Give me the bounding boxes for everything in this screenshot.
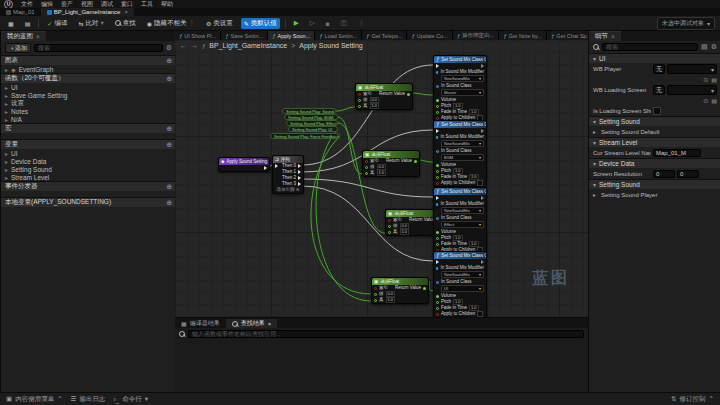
doc-tab-5[interactable]: ƒUpdate Cu... — [407, 31, 452, 40]
volume-pin[interactable] — [436, 164, 439, 167]
node-set-sound-mix-override-3[interactable]: ƒSet Sound Mix Class Override In Sound M… — [433, 187, 487, 254]
sound-mix-asset-dropdown[interactable]: NewSoundMix▾ — [441, 140, 484, 147]
apply-children-checkbox[interactable] — [477, 180, 483, 186]
exec-in-pin[interactable] — [436, 129, 439, 133]
pitch-pin[interactable] — [436, 105, 439, 108]
variable-category-devicedata[interactable]: ▸Device Data — [1, 157, 176, 165]
find-results-search-input[interactable] — [188, 330, 584, 338]
debug-object-dropdown[interactable]: 未选中调试对象▾ — [657, 17, 715, 30]
nav-forward-icon[interactable]: → — [191, 42, 198, 49]
close-icon[interactable]: × — [268, 321, 272, 327]
doc-tab-1[interactable]: ƒSave Settin... — [221, 31, 268, 40]
fade-pin[interactable] — [436, 307, 439, 310]
add-new-button[interactable]: ＋添加 — [5, 43, 31, 53]
return-pin[interactable] — [423, 287, 426, 290]
false-pin[interactable] — [388, 225, 391, 228]
variable-category-streamlevel[interactable]: ▸Stream Level — [1, 173, 176, 181]
eject-button[interactable]: ◫ — [338, 18, 350, 28]
node-set-sound-mix-override-1[interactable]: ƒSet Sound Mix Class Override In Sound M… — [433, 55, 487, 122]
sound-class-asset-dropdown[interactable]: UI▾ — [441, 285, 484, 292]
row-setting-sound-default[interactable]: ▸Setting Sound Default — [589, 126, 720, 137]
save-asset-button[interactable]: ▦ — [5, 19, 17, 28]
variable-category-ui[interactable]: ▸UI — [1, 149, 176, 157]
sound-class-asset-dropdown[interactable]: BGM▾ — [441, 154, 484, 161]
close-icon[interactable]: × — [36, 33, 40, 40]
cur-stream-level-input[interactable] — [653, 149, 701, 157]
true-pin[interactable] — [388, 231, 391, 234]
pitch-pin[interactable] — [436, 301, 439, 304]
node-function-entry[interactable]: ◆Apply Sound Setting — [218, 157, 270, 172]
class-settings-button[interactable]: ⚙类设置 — [203, 18, 236, 29]
add-variable-icon[interactable]: ⊕ — [166, 141, 172, 149]
false-pin[interactable] — [365, 166, 368, 169]
sound-mix-asset-dropdown[interactable]: NewSoundMix▾ — [441, 207, 484, 214]
doc-tab-2-active[interactable]: ƒApply Soun... — [268, 31, 315, 40]
resolution-y-input[interactable] — [677, 170, 699, 178]
stop-button[interactable]: ■ — [323, 19, 333, 28]
node-select-float-1[interactable]: ▣选择Float 索引Return Value 假0.0 真1.0 — [355, 83, 413, 110]
content-drawer-button[interactable]: ▣内容侧滑菜单⌃ — [6, 395, 63, 404]
sound-mix-asset-dropdown[interactable]: NewSoundMix▾ — [441, 271, 484, 278]
details-section-setting-sound[interactable]: ▾Setting Sound — [589, 116, 720, 126]
compile-button[interactable]: ✓编译 — [44, 18, 70, 29]
fade-pin[interactable] — [436, 243, 439, 246]
wb-loading-asset-combo[interactable]: ▾ — [667, 85, 717, 95]
exec-out-pin[interactable] — [481, 196, 484, 200]
index-pin[interactable] — [365, 160, 368, 163]
exec-in-pin[interactable] — [436, 196, 439, 200]
sound-class-asset-dropdown[interactable]: Master▾ — [441, 89, 484, 96]
sound-class-pin[interactable] — [436, 281, 439, 284]
section-functions[interactable]: 函数（20个可覆盖）⊕ — [1, 73, 176, 83]
node-select-float-2[interactable]: ▣选择Float 索引Return Value 假0.0 真1.0 — [362, 150, 420, 177]
apply-children-pin[interactable] — [436, 182, 439, 185]
close-icon[interactable]: × — [124, 9, 128, 15]
function-category-ui[interactable]: ▸UI — [1, 83, 176, 91]
node-set-sound-mix-override-4[interactable]: ƒSet Sound Mix Class Override In Sound M… — [433, 251, 487, 317]
add-function-icon[interactable]: ⊕ — [166, 75, 172, 83]
filter-gear-icon[interactable]: ⚙ — [166, 44, 172, 52]
sound-class-pin[interactable] — [436, 217, 439, 220]
class-defaults-button[interactable]: ✎类默认值 — [241, 18, 280, 29]
function-category-na[interactable]: ▸N/A — [1, 115, 176, 123]
add-dispatcher-icon[interactable]: ⊕ — [166, 183, 172, 191]
sound-mix-pin[interactable] — [436, 203, 438, 206]
cmd-button[interactable]: ›_命令行▾ — [113, 395, 148, 404]
section-macros[interactable]: 宏⊕ — [1, 123, 176, 133]
nav-back-icon[interactable]: ← — [180, 42, 187, 49]
breadcrumb-current[interactable]: Apply Sound Setting — [299, 42, 362, 49]
blueprint-graph-canvas[interactable]: ← → ƒ BP_Light_GameInstance > Apply Soun… — [175, 40, 588, 317]
section-variables[interactable]: 变量⊕ — [1, 139, 176, 149]
details-gear-icon[interactable]: ⚙ — [711, 43, 717, 51]
sound-class-pin[interactable] — [436, 150, 439, 153]
expander-icon[interactable]: ▸ — [5, 66, 8, 73]
exec-out-pin[interactable] — [264, 166, 267, 170]
find-button[interactable]: 查找 — [112, 18, 139, 29]
false-pin[interactable] — [374, 293, 377, 296]
volume-pin[interactable] — [436, 295, 439, 298]
play-options-button[interactable]: ⋮ — [355, 18, 368, 28]
doc-tab-6[interactable]: ƒ操作绑定由... — [453, 31, 499, 40]
exec-in-pin[interactable] — [436, 260, 439, 264]
sound-class-asset-dropdown[interactable]: Effect▾ — [441, 221, 484, 228]
tab-compiler-results[interactable]: ▦编译器结果 — [175, 319, 226, 328]
function-category-notes[interactable]: ▸Notes — [1, 107, 176, 115]
browse-asset-button[interactable]: ▤ — [22, 19, 34, 28]
details-view-icon[interactable]: ▤ — [701, 43, 708, 51]
my-blueprint-search-input[interactable] — [34, 44, 163, 52]
index-pin[interactable] — [374, 287, 377, 290]
doc-tab-7[interactable]: ƒGet Note by... — [499, 31, 547, 40]
breadcrumb-root[interactable]: BP_Light_GameInstance — [209, 42, 287, 49]
exec-out-pin[interactable] — [481, 260, 484, 264]
exec-in-pin[interactable] — [436, 64, 439, 68]
doc-tab-0[interactable]: ƒUI Show Pl... — [175, 31, 221, 40]
variable-category-settingsound[interactable]: ▸Setting Sound — [1, 165, 176, 173]
pill-setting-sound-play-ui[interactable]: Setting Sound Play: UI — [288, 126, 338, 132]
tab-details[interactable]: 细节 × — [589, 31, 621, 41]
node-select-float-4[interactable]: ▣选择Float 索引Return Value 假0.0 真1.0 — [371, 277, 429, 304]
false-pin[interactable] — [358, 99, 361, 102]
section-graphs[interactable]: 图表⊕ — [1, 55, 176, 65]
sound-mix-pin[interactable] — [436, 267, 438, 270]
browse-icon[interactable]: ▤ — [711, 97, 717, 104]
details-section-stream-level[interactable]: ▾Stream Level — [589, 137, 720, 147]
true-pin[interactable] — [358, 105, 361, 108]
